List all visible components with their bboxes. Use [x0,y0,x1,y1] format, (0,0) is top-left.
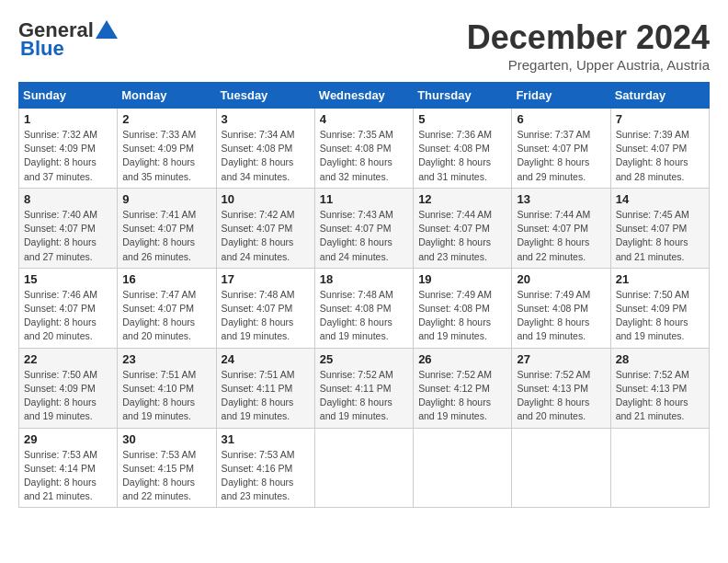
calendar-cell: 19 Sunrise: 7:49 AMSunset: 4:08 PMDaylig… [414,268,512,348]
calendar-cell: 21 Sunrise: 7:50 AMSunset: 4:09 PMDaylig… [610,268,709,348]
calendar-cell: 6 Sunrise: 7:37 AMSunset: 4:07 PMDayligh… [512,109,610,189]
day-info: Sunrise: 7:47 AMSunset: 4:07 PMDaylight:… [122,289,196,342]
day-info: Sunrise: 7:33 AMSunset: 4:09 PMDaylight:… [122,129,196,182]
calendar-cell: 1 Sunrise: 7:32 AMSunset: 4:09 PMDayligh… [19,109,118,189]
day-number: 14 [616,192,704,206]
calendar-cell: 4 Sunrise: 7:35 AMSunset: 4:08 PMDayligh… [314,109,413,189]
day-info: Sunrise: 7:44 AMSunset: 4:07 PMDaylight:… [517,209,590,262]
day-number: 9 [122,192,210,206]
day-number: 21 [616,272,704,286]
calendar-cell: 18 Sunrise: 7:48 AMSunset: 4:08 PMDaylig… [314,268,413,348]
logo: General Blue [18,18,118,61]
calendar-cell: 29 Sunrise: 7:53 AMSunset: 4:14 PMDaylig… [19,428,118,508]
day-number: 6 [517,112,605,126]
day-info: Sunrise: 7:40 AMSunset: 4:07 PMDaylight:… [24,209,97,262]
title-block: December 2024 Pregarten, Upper Austria, … [467,18,710,73]
calendar-cell: 27 Sunrise: 7:52 AMSunset: 4:13 PMDaylig… [512,348,610,428]
calendar-week-3: 15 Sunrise: 7:46 AMSunset: 4:07 PMDaylig… [19,268,710,348]
day-number: 23 [122,352,210,366]
calendar-cell [610,428,709,508]
calendar-cell [414,428,512,508]
day-header-wednesday: Wednesday [314,83,413,109]
svg-marker-0 [96,20,118,39]
day-number: 18 [320,272,408,286]
calendar-cell: 16 Sunrise: 7:47 AMSunset: 4:07 PMDaylig… [118,268,216,348]
day-number: 30 [122,432,210,446]
day-info: Sunrise: 7:52 AMSunset: 4:11 PMDaylight:… [320,369,393,422]
day-number: 26 [418,352,506,366]
day-info: Sunrise: 7:52 AMSunset: 4:13 PMDaylight:… [616,369,689,422]
day-number: 2 [122,112,210,126]
calendar-cell: 3 Sunrise: 7:34 AMSunset: 4:08 PMDayligh… [216,109,314,189]
month-title: December 2024 [467,18,710,57]
calendar-cell: 5 Sunrise: 7:36 AMSunset: 4:08 PMDayligh… [414,109,512,189]
day-number: 1 [24,112,112,126]
day-number: 7 [616,112,704,126]
calendar-header-row: SundayMondayTuesdayWednesdayThursdayFrid… [19,83,710,109]
logo-blue: Blue [20,37,64,61]
day-header-saturday: Saturday [610,83,709,109]
calendar-cell: 11 Sunrise: 7:43 AMSunset: 4:07 PMDaylig… [314,188,413,268]
day-info: Sunrise: 7:48 AMSunset: 4:08 PMDaylight:… [320,289,393,342]
calendar-cell: 25 Sunrise: 7:52 AMSunset: 4:11 PMDaylig… [314,348,413,428]
day-number: 8 [24,192,112,206]
day-info: Sunrise: 7:41 AMSunset: 4:07 PMDaylight:… [122,209,196,262]
calendar-cell: 8 Sunrise: 7:40 AMSunset: 4:07 PMDayligh… [19,188,118,268]
day-info: Sunrise: 7:43 AMSunset: 4:07 PMDaylight:… [320,209,393,262]
day-number: 16 [122,272,210,286]
calendar-cell: 2 Sunrise: 7:33 AMSunset: 4:09 PMDayligh… [118,109,216,189]
day-info: Sunrise: 7:50 AMSunset: 4:09 PMDaylight:… [24,369,97,422]
day-info: Sunrise: 7:53 AMSunset: 4:16 PMDaylight:… [222,449,295,502]
calendar-week-4: 22 Sunrise: 7:50 AMSunset: 4:09 PMDaylig… [19,348,710,428]
day-number: 28 [616,352,704,366]
day-number: 15 [24,272,112,286]
day-number: 17 [222,272,310,286]
calendar-cell: 22 Sunrise: 7:50 AMSunset: 4:09 PMDaylig… [19,348,118,428]
page-header: General Blue December 2024 Pregarten, Up… [18,18,710,73]
day-number: 4 [320,112,408,126]
calendar-cell: 23 Sunrise: 7:51 AMSunset: 4:10 PMDaylig… [118,348,216,428]
day-info: Sunrise: 7:42 AMSunset: 4:07 PMDaylight:… [222,209,295,262]
day-header-monday: Monday [118,83,216,109]
day-info: Sunrise: 7:37 AMSunset: 4:07 PMDaylight:… [517,129,590,182]
calendar-cell [512,428,610,508]
calendar-cell: 24 Sunrise: 7:51 AMSunset: 4:11 PMDaylig… [216,348,314,428]
calendar-week-1: 1 Sunrise: 7:32 AMSunset: 4:09 PMDayligh… [19,109,710,189]
day-number: 5 [418,112,506,126]
calendar-cell: 17 Sunrise: 7:48 AMSunset: 4:07 PMDaylig… [216,268,314,348]
day-info: Sunrise: 7:53 AMSunset: 4:14 PMDaylight:… [24,449,97,502]
day-header-sunday: Sunday [19,83,118,109]
location-subtitle: Pregarten, Upper Austria, Austria [467,57,710,73]
logo-icon [96,20,118,39]
calendar-cell: 28 Sunrise: 7:52 AMSunset: 4:13 PMDaylig… [610,348,709,428]
day-info: Sunrise: 7:36 AMSunset: 4:08 PMDaylight:… [418,129,492,182]
day-info: Sunrise: 7:45 AMSunset: 4:07 PMDaylight:… [616,209,689,262]
calendar-cell: 12 Sunrise: 7:44 AMSunset: 4:07 PMDaylig… [414,188,512,268]
calendar-week-5: 29 Sunrise: 7:53 AMSunset: 4:14 PMDaylig… [19,428,710,508]
day-info: Sunrise: 7:52 AMSunset: 4:12 PMDaylight:… [418,369,492,422]
day-info: Sunrise: 7:35 AMSunset: 4:08 PMDaylight:… [320,129,393,182]
day-number: 3 [222,112,310,126]
day-info: Sunrise: 7:39 AMSunset: 4:07 PMDaylight:… [616,129,689,182]
day-number: 11 [320,192,408,206]
day-number: 13 [517,192,605,206]
day-number: 24 [222,352,310,366]
calendar-cell: 30 Sunrise: 7:53 AMSunset: 4:15 PMDaylig… [118,428,216,508]
day-info: Sunrise: 7:49 AMSunset: 4:08 PMDaylight:… [418,289,492,342]
day-number: 22 [24,352,112,366]
day-info: Sunrise: 7:51 AMSunset: 4:10 PMDaylight:… [122,369,196,422]
day-header-thursday: Thursday [414,83,512,109]
day-header-tuesday: Tuesday [216,83,314,109]
day-info: Sunrise: 7:46 AMSunset: 4:07 PMDaylight:… [24,289,97,342]
day-number: 10 [222,192,310,206]
day-number: 19 [418,272,506,286]
day-info: Sunrise: 7:53 AMSunset: 4:15 PMDaylight:… [122,449,196,502]
day-info: Sunrise: 7:44 AMSunset: 4:07 PMDaylight:… [418,209,492,262]
calendar-cell: 10 Sunrise: 7:42 AMSunset: 4:07 PMDaylig… [216,188,314,268]
calendar-cell [314,428,413,508]
day-number: 25 [320,352,408,366]
day-info: Sunrise: 7:52 AMSunset: 4:13 PMDaylight:… [517,369,590,422]
calendar-cell: 20 Sunrise: 7:49 AMSunset: 4:08 PMDaylig… [512,268,610,348]
calendar-cell: 26 Sunrise: 7:52 AMSunset: 4:12 PMDaylig… [414,348,512,428]
day-info: Sunrise: 7:48 AMSunset: 4:07 PMDaylight:… [222,289,295,342]
